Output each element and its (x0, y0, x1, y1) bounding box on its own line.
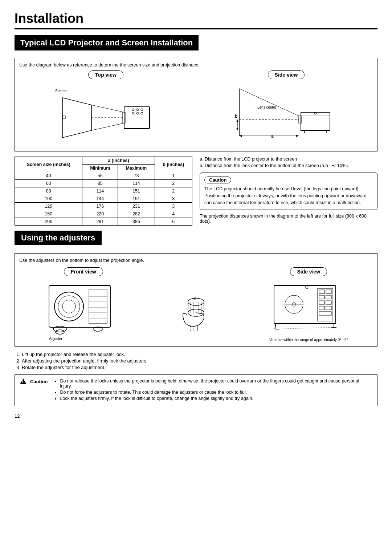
caution-text: The LCD projector should normally be use… (204, 186, 373, 206)
svg-text:a: a (271, 134, 274, 139)
dimensions-table-section: Screen size (inches) a (inches) b (inche… (15, 157, 192, 226)
col-screen-size: Screen size (inches) (15, 157, 82, 172)
typical-intro: Use the diagram below as reference to de… (19, 62, 373, 68)
table-row: 60851142 (15, 180, 192, 187)
svg-rect-70 (319, 312, 331, 315)
warning-item: Do not release the locks unless the proj… (60, 378, 372, 389)
top-view-svg: Screen (52, 81, 160, 147)
svg-point-9 (132, 112, 134, 114)
svg-point-35 (58, 296, 80, 317)
svg-rect-65 (326, 295, 331, 299)
step-item: Rotate the adjusters for fine adjustment… (22, 365, 377, 370)
svg-rect-63 (326, 290, 331, 293)
typical-section-heading: Typical LCD Projector and Screen Install… (15, 35, 199, 50)
notes-caution-section: a. Distance from the LCD projector to th… (200, 157, 377, 226)
side-view-diagram: Side view Lens center b (200, 70, 373, 147)
svg-rect-67 (326, 301, 331, 304)
svg-line-12 (91, 105, 124, 112)
side-view-label: Side view (268, 70, 305, 79)
svg-rect-68 (319, 306, 324, 310)
top-view-label: Top view (88, 70, 123, 79)
col-minimum: Minimum (82, 165, 118, 172)
warnings-list: Do not release the locks unless the proj… (56, 378, 372, 402)
adjuster-hand-section: 0 (151, 267, 241, 333)
note-b: b. Distance from the lens center to the … (200, 163, 377, 168)
svg-point-7 (136, 109, 139, 111)
caution-warning-box: Caution Do not release the locks unless … (15, 374, 377, 406)
svg-line-81 (275, 327, 334, 329)
side-view-svg: Lens center b a (228, 81, 344, 147)
svg-point-8 (141, 109, 143, 111)
svg-rect-37 (89, 289, 107, 324)
svg-line-27 (239, 89, 299, 116)
table-row: 1201762313 (15, 203, 192, 210)
warning-header: Caution (20, 378, 48, 384)
note-a: a. Distance from the LCD projector to th… (200, 157, 377, 162)
svg-marker-1 (62, 98, 91, 138)
col-maximum: Maximum (118, 165, 155, 172)
svg-text:b: b (235, 114, 237, 119)
table-notes-row: Screen size (inches) a (inches) b (inche… (15, 157, 377, 226)
warning-triangle-icon (20, 378, 26, 384)
page-title: Installation (15, 11, 377, 26)
svg-text:Screen: Screen (55, 89, 67, 93)
col-a-header: a (inches) (82, 157, 155, 165)
typical-diagram-box: Use the diagram below as reference to de… (15, 58, 377, 151)
adjusters-section-heading: Using the adjusters (15, 231, 102, 245)
svg-marker-26 (296, 135, 299, 137)
warning-item: Do not force the adjusters to rotate. Th… (60, 390, 372, 395)
projection-note: The projection distances shown in the di… (200, 214, 377, 224)
svg-point-36 (62, 300, 75, 313)
dimensions-table: Screen size (inches) a (inches) b (inche… (15, 157, 192, 226)
side-view-adj-label: Side view (290, 267, 327, 276)
top-view-diagram: Top view Screen (19, 70, 192, 147)
col-b-header: b (inches) (155, 157, 192, 172)
svg-line-13 (91, 123, 124, 130)
svg-marker-22 (236, 128, 238, 130)
caution-warning-label: Caution (30, 379, 48, 384)
front-view-label: Front view (64, 267, 103, 276)
table-row: 1001441913 (15, 195, 192, 203)
svg-rect-15 (301, 112, 330, 130)
svg-marker-25 (239, 135, 242, 137)
side-view-adjuster-section: Side view (245, 267, 373, 342)
front-view-section: Front view (19, 267, 147, 336)
svg-rect-3 (62, 116, 65, 119)
steps-list: Lift up the projector and release the ad… (22, 352, 377, 370)
step-item: After adjusting the projection angle, fi… (22, 358, 377, 364)
svg-text:0: 0 (194, 297, 196, 301)
variable-label: Variable within the range of approximate… (269, 338, 348, 342)
warning-item: Lock the adjusters firmly. If the lock i… (60, 396, 372, 401)
svg-point-75 (305, 286, 308, 289)
svg-text:Adjuster: Adjuster (49, 337, 62, 341)
table-row: 4055731 (15, 172, 192, 180)
front-view-svg: Adjuster (42, 278, 125, 336)
svg-rect-62 (319, 290, 324, 293)
step-item: Lift up the projector and release the ad… (22, 352, 377, 357)
caution-box: Caution The LCD projector should normall… (200, 173, 377, 210)
adjuster-hand-svg: 0 (171, 282, 221, 333)
svg-text:Lens center: Lens center (257, 105, 277, 109)
table-row: 1502202824 (15, 210, 192, 218)
table-row: 2002913866 (15, 218, 192, 226)
page-number: 12 (15, 413, 377, 419)
svg-point-6 (132, 109, 134, 111)
caution-title: Caution (204, 177, 231, 183)
adjusters-intro: Use the adjusters on the bottom to adjus… (19, 258, 373, 263)
table-row: 801141512 (15, 187, 192, 195)
svg-line-77 (275, 324, 276, 329)
svg-rect-66 (319, 301, 324, 304)
svg-point-10 (136, 112, 139, 114)
svg-rect-69 (326, 306, 331, 310)
adjusters-diagram-box: Use the adjusters on the bottom to adjus… (15, 253, 377, 347)
svg-point-11 (141, 112, 143, 114)
svg-rect-4 (124, 107, 150, 129)
svg-marker-21 (236, 119, 238, 122)
svg-rect-64 (319, 295, 324, 299)
side-view-adj-svg (267, 278, 350, 336)
svg-point-34 (54, 292, 83, 321)
